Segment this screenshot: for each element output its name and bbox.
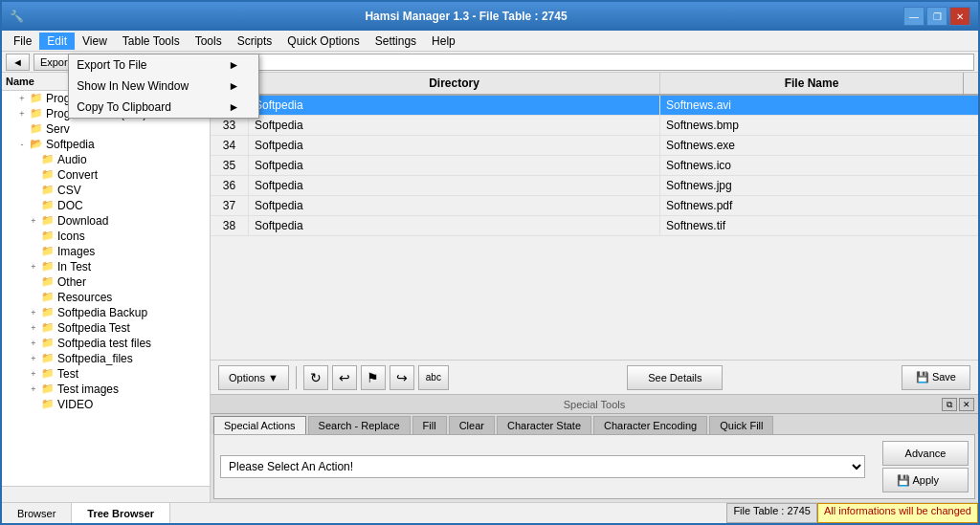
tree-item-doc[interactable]: 📁 DOC bbox=[2, 198, 210, 213]
special-tools-tab-bar: Special Actions Search - Replace Fill Cl… bbox=[211, 413, 978, 434]
apply-section: Advance 💾 Apply bbox=[873, 441, 969, 492]
action-select[interactable]: Please Select An Action! bbox=[220, 455, 865, 478]
tree-item-video[interactable]: 📁 VIDEO bbox=[2, 397, 210, 412]
dropdown-item-copy-to-clipboard[interactable]: Copy To Clipboard ► bbox=[69, 97, 258, 118]
row-filename: Softnews.jpg bbox=[660, 176, 978, 195]
tab-browser[interactable]: Browser bbox=[2, 503, 72, 523]
close-button[interactable]: ✕ bbox=[949, 7, 970, 26]
menu-scripts[interactable]: Scripts bbox=[230, 31, 280, 51]
folder-icon: 📁 bbox=[41, 275, 55, 288]
advance-button[interactable]: Advance bbox=[882, 441, 969, 466]
row-filename: Softnews.exe bbox=[660, 136, 978, 155]
tab-character-encoding[interactable]: Character Encoding bbox=[593, 416, 707, 434]
tree-item-softpedia[interactable]: - 📂 Softpedia bbox=[2, 137, 210, 152]
folder-icon: 📁 bbox=[41, 383, 55, 395]
table-row[interactable]: 34 Softpedia Softnews.exe bbox=[211, 136, 978, 156]
tree-item-label: Softpedia test files bbox=[57, 337, 151, 350]
tree-item-images[interactable]: 📁 Images bbox=[2, 244, 210, 259]
undo-button[interactable]: ↩ bbox=[332, 365, 357, 390]
menu-settings[interactable]: Settings bbox=[368, 31, 424, 51]
tab-tree-browser[interactable]: Tree Browser bbox=[72, 503, 170, 523]
expand-icon bbox=[29, 400, 38, 409]
tree-item-label: Icons bbox=[57, 230, 85, 243]
tree-item-test[interactable]: + 📁 Test bbox=[2, 366, 210, 382]
options-button[interactable]: Options ▼ bbox=[218, 365, 289, 390]
tab-fill[interactable]: Fill bbox=[412, 416, 447, 434]
refresh-button[interactable]: ↻ bbox=[303, 365, 328, 390]
tree-item-audio[interactable]: 📁 Audio bbox=[2, 152, 210, 167]
tree-item-other[interactable]: 📁 Other bbox=[2, 274, 210, 290]
menu-table-tools[interactable]: Table Tools bbox=[115, 31, 188, 51]
tree-item-softpedia-files[interactable]: + 📁 Softpedia_files bbox=[2, 351, 210, 366]
menu-view[interactable]: View bbox=[75, 31, 115, 51]
menu-file[interactable]: File bbox=[6, 31, 39, 51]
minimize-button[interactable]: — bbox=[903, 7, 924, 26]
row-filename: Softnews.pdf bbox=[660, 196, 978, 215]
show-arrow-icon: ► bbox=[228, 79, 239, 93]
menu-quick-options[interactable]: Quick Options bbox=[279, 31, 367, 51]
tree-item-label: Softpedia Backup bbox=[57, 306, 147, 319]
row-num: 35 bbox=[211, 156, 249, 175]
row-num: 36 bbox=[211, 176, 249, 195]
folder-icon: 📁 bbox=[41, 230, 55, 242]
row-num: 34 bbox=[211, 136, 249, 155]
special-tools-close-btn[interactable]: ✕ bbox=[959, 398, 974, 411]
menu-help[interactable]: Help bbox=[424, 31, 463, 51]
main-area: Name + 📁 Program Files + 📁 Program Files… bbox=[2, 73, 978, 502]
tree-item-label: Test bbox=[57, 367, 78, 381]
tree-item-softpedia-test-files[interactable]: + 📁 Softpedia test files bbox=[2, 336, 210, 351]
tree-item-label: Softpedia Test bbox=[57, 321, 130, 335]
special-tools-content: Please Select An Action! Advance 💾 Apply bbox=[213, 434, 975, 499]
apply-button[interactable]: 💾 Apply bbox=[882, 468, 969, 492]
tab-special-actions[interactable]: Special Actions bbox=[213, 416, 306, 434]
folder-icon: 📁 bbox=[41, 214, 55, 227]
table-row[interactable]: 32 Softpedia Softnews.avi bbox=[211, 96, 978, 116]
tab-clear[interactable]: Clear bbox=[449, 416, 495, 434]
bottom-spacer bbox=[170, 503, 726, 523]
tree-horizontal-scroll[interactable] bbox=[2, 486, 210, 502]
table-row[interactable]: 35 Softpedia Softnews.ico bbox=[211, 156, 978, 176]
tree-item-csv[interactable]: 📁 CSV bbox=[2, 183, 210, 198]
save-button[interactable]: 💾 Save bbox=[902, 365, 970, 390]
tree-item-resources[interactable]: 📁 Resources bbox=[2, 290, 210, 305]
dropdown-item-export-to-file[interactable]: Export To File ► bbox=[69, 55, 258, 76]
tree-item-softpedia-test[interactable]: + 📁 Softpedia Test bbox=[2, 320, 210, 336]
tab-character-state[interactable]: Character State bbox=[497, 416, 591, 434]
tree-item-icons[interactable]: 📁 Icons bbox=[2, 229, 210, 244]
flag-button[interactable]: ⚑ bbox=[361, 365, 386, 390]
folder-icon: 📁 bbox=[41, 291, 55, 303]
file-table-status: File Table : 2745 bbox=[726, 503, 817, 523]
table-row[interactable]: 38 Softpedia Softnews.tif bbox=[211, 216, 978, 236]
tree-item-convert[interactable]: 📁 Convert bbox=[2, 167, 210, 183]
table-row[interactable]: 36 Softpedia Softnews.jpg bbox=[211, 176, 978, 196]
tree-item-softpedia-backup[interactable]: + 📁 Softpedia Backup bbox=[2, 305, 210, 320]
copy-arrow-icon: ► bbox=[228, 100, 239, 114]
abc-button[interactable]: abc bbox=[418, 365, 449, 390]
expand-icon bbox=[29, 293, 38, 302]
tree-scroll-area[interactable]: + 📁 Program Files + 📁 Program Files (x86… bbox=[2, 91, 210, 487]
table-header: # Directory File Name bbox=[211, 73, 978, 96]
menu-edit[interactable]: Edit bbox=[39, 33, 75, 50]
expand-icon bbox=[29, 155, 38, 164]
tree-item-serv[interactable]: 📁 Serv bbox=[2, 121, 210, 137]
row-directory: Softpedia bbox=[249, 216, 660, 235]
tree-item-download[interactable]: + 📁 Download bbox=[2, 213, 210, 229]
see-details-button[interactable]: See Details bbox=[627, 365, 723, 390]
dropdown-item-show-in-new-window[interactable]: Show In New Window ► bbox=[69, 76, 258, 97]
table-row[interactable]: 37 Softpedia Softnews.pdf bbox=[211, 196, 978, 216]
special-tools-header-row: Special Tools ⧉ ✕ bbox=[211, 394, 978, 413]
restore-button[interactable]: ❐ bbox=[926, 7, 947, 26]
tab-quick-fill[interactable]: Quick Fill bbox=[709, 416, 773, 434]
export-to-file-label: Export To File bbox=[77, 58, 146, 72]
tree-item-in-test[interactable]: + 📁 In Test bbox=[2, 259, 210, 274]
back-button[interactable]: ◄ bbox=[6, 54, 30, 71]
menu-tools[interactable]: Tools bbox=[188, 31, 230, 51]
table-rows-container[interactable]: 32 Softpedia Softnews.avi 33 Softpedia S… bbox=[211, 96, 978, 360]
special-tools-restore-btn[interactable]: ⧉ bbox=[942, 398, 957, 411]
expand-icon: + bbox=[29, 339, 38, 348]
tree-item-test-images[interactable]: + 📁 Test images bbox=[2, 382, 210, 397]
tab-search-replace[interactable]: Search - Replace bbox=[308, 416, 411, 434]
redo-button[interactable]: ↪ bbox=[390, 365, 414, 390]
row-directory: Softpedia bbox=[249, 96, 660, 115]
table-row[interactable]: 33 Softpedia Softnews.bmp bbox=[211, 116, 978, 136]
